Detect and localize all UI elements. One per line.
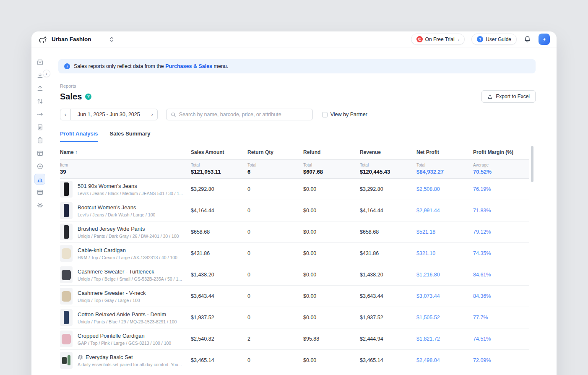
org-switcher-icon[interactable] (110, 36, 114, 42)
return-qty-cell: 0 (247, 208, 303, 214)
plus-circle-icon[interactable] (34, 161, 45, 172)
column-header-revenue[interactable]: Revenue (360, 145, 416, 159)
table-row[interactable]: Cropped Pointelle Cardigan GAP / Top / P… (60, 328, 529, 350)
free-trial-label: On Free Trial (425, 36, 455, 42)
clock-icon (416, 36, 423, 42)
table-header-row: Name↑ Sales Amount Return Qty Refund Rev… (60, 145, 529, 160)
return-qty-cell: 0 (247, 272, 303, 278)
tab-profit-analysis[interactable]: Profit Analysis (60, 130, 98, 142)
summary-sales-amount: $121,053.11 (191, 169, 247, 175)
clipboard-icon[interactable] (34, 135, 45, 146)
summary-net-profit: $84,932.27 (416, 169, 473, 175)
search-icon (171, 112, 176, 117)
profit-margin-cell: 79.12% (473, 229, 529, 235)
net-profit-cell: $2,498.04 (416, 357, 473, 363)
product-details: Uniqlo / Top / Gray / Large / 100 (78, 298, 146, 303)
search-input[interactable] (179, 112, 308, 117)
product-details: Uniqlo / Top / Beige / Small / GS-532B-2… (78, 276, 182, 281)
bundle-icon (78, 354, 83, 360)
column-header-name[interactable]: Name↑ (60, 145, 191, 159)
info-banner: i Sales reports only reflect data from t… (58, 59, 536, 73)
product-cell: Cable-knit Cardigan H&M / Top / Cream / … (60, 245, 191, 262)
bell-icon[interactable] (523, 35, 532, 44)
dispatch-icon[interactable] (34, 109, 45, 120)
product-details: Levi's / Jeans / Dark Wash / Large / 100 (78, 212, 155, 217)
date-range-display[interactable]: Jun 1, 2025 - Jun 30, 2025 (70, 109, 147, 120)
table-row[interactable]: Cotton Relaxed Ankle Pants - Denim Uniql… (60, 307, 529, 328)
free-trial-badge[interactable]: On Free Trial › (411, 34, 465, 45)
upload-icon[interactable] (34, 83, 45, 94)
product-details: GAP / Top / Pink / Large / GCS-8213 / 10… (78, 341, 171, 346)
product-name: Brushed Jersey Wide Pants (78, 226, 145, 232)
app-icon[interactable] (539, 34, 550, 45)
tab-sales-summary[interactable]: Sales Summary (110, 130, 151, 142)
view-by-partner-label: View by Partner (330, 112, 367, 117)
table-row[interactable]: Cashmere Sweater - Turtleneck Uniqlo / T… (60, 264, 529, 286)
product-name: Cotton Relaxed Ankle Pants - Denim (78, 311, 166, 318)
product-cell: Cashmere Sweater - V-neck Uniqlo / Top /… (60, 288, 191, 305)
refund-cell: $0.00 (303, 272, 360, 278)
column-header-refund[interactable]: Refund (303, 145, 360, 159)
banner-text: Sales reports only reflect data from the… (74, 63, 228, 69)
view-by-partner-checkbox[interactable] (322, 112, 328, 117)
return-qty-cell: 0 (247, 250, 303, 256)
revenue-cell: $1,937.52 (360, 315, 416, 320)
table-row[interactable]: Everyday Basic Set A daily essentials se… (60, 350, 529, 371)
view-by-partner-toggle[interactable]: View by Partner (322, 112, 367, 117)
gear-icon[interactable] (34, 200, 45, 211)
app-window: Urban Fashion On Free Trial › ? User Gui… (31, 31, 557, 375)
column-header-sales-amount[interactable]: Sales Amount (191, 145, 247, 159)
table-row[interactable]: Cable-knit Cardigan H&M / Top / Cream / … (60, 243, 529, 264)
table-row[interactable]: 501 90s Women's Jeans Levi's / Jeans / B… (60, 179, 529, 200)
main-content: i Sales reports only reflect data from t… (48, 47, 557, 375)
product-cell: Everyday Basic Set A daily essentials se… (60, 352, 191, 369)
invoice-icon[interactable] (34, 122, 45, 133)
summary-item-count: 39 (60, 169, 191, 175)
sales-amount-cell: $1,438.20 (191, 272, 247, 278)
product-thumbnail (60, 331, 73, 347)
profit-margin-cell: 74.35% (473, 250, 529, 256)
purchases-sales-link[interactable]: Purchases & Sales (165, 63, 212, 69)
product-cell: Cashmere Sweater - Turtleneck Uniqlo / T… (60, 266, 191, 283)
help-icon[interactable]: ? (85, 94, 91, 100)
column-header-profit-margin[interactable]: Profit Margin (%) (473, 145, 529, 159)
date-next-button[interactable]: › (147, 109, 158, 120)
product-cell: Cropped Pointelle Cardigan GAP / Top / P… (60, 331, 191, 347)
export-icon (487, 94, 493, 99)
refund-cell: $95.88 (303, 336, 360, 342)
profit-analysis-table: Name↑ Sales Amount Return Qty Refund Rev… (60, 145, 529, 371)
sidebar (31, 47, 48, 375)
net-profit-cell: $1,821.72 (416, 336, 473, 342)
table-row[interactable]: Brushed Jersey Wide Pants Uniqlo / Pants… (60, 221, 529, 243)
table-row[interactable]: Bootcut Women's Jeans Levi's / Jeans / D… (60, 200, 529, 221)
company-name: Urban Fashion (52, 36, 91, 42)
product-name: Bootcut Women's Jeans (78, 204, 136, 211)
chart-icon[interactable] (34, 174, 45, 185)
transfer-icon[interactable] (34, 96, 45, 107)
chevron-right-icon: › (458, 37, 460, 42)
table-body: 501 90s Women's Jeans Levi's / Jeans / B… (60, 179, 529, 371)
user-guide-button[interactable]: ? User Guide (471, 34, 517, 45)
list-icon[interactable] (34, 187, 45, 198)
date-prev-button[interactable]: ‹ (60, 109, 71, 120)
return-qty-cell: 2 (247, 336, 303, 342)
sales-amount-cell: $431.86 (191, 250, 247, 256)
product-details: A daily essentials set paired for all-da… (78, 362, 182, 367)
column-header-return-qty[interactable]: Return Qty (247, 145, 303, 159)
export-to-excel-button[interactable]: Export to Excel (481, 90, 536, 103)
product-details: Uniqlo / Pants / Blue / 29 / MQ-23-1523-… (78, 319, 177, 324)
revenue-cell: $2,444.94 (360, 336, 416, 342)
column-header-net-profit[interactable]: Net Profit (416, 145, 473, 159)
box-icon[interactable] (34, 57, 45, 68)
profit-margin-cell: 77.7% (473, 315, 529, 320)
net-profit-cell: $1,216.80 (416, 272, 473, 278)
profit-margin-cell: 76.19% (473, 186, 529, 192)
table-scrollbar-thumb[interactable] (531, 146, 533, 182)
table-icon[interactable] (34, 148, 45, 159)
return-qty-cell: 0 (247, 357, 303, 363)
product-cell: 501 90s Women's Jeans Levi's / Jeans / B… (60, 181, 191, 198)
sidebar-expand-button[interactable]: › (43, 70, 50, 77)
revenue-cell: $1,438.20 (360, 272, 416, 278)
product-thumbnail (60, 245, 73, 262)
table-row[interactable]: Cashmere Sweater - V-neck Uniqlo / Top /… (60, 286, 529, 307)
